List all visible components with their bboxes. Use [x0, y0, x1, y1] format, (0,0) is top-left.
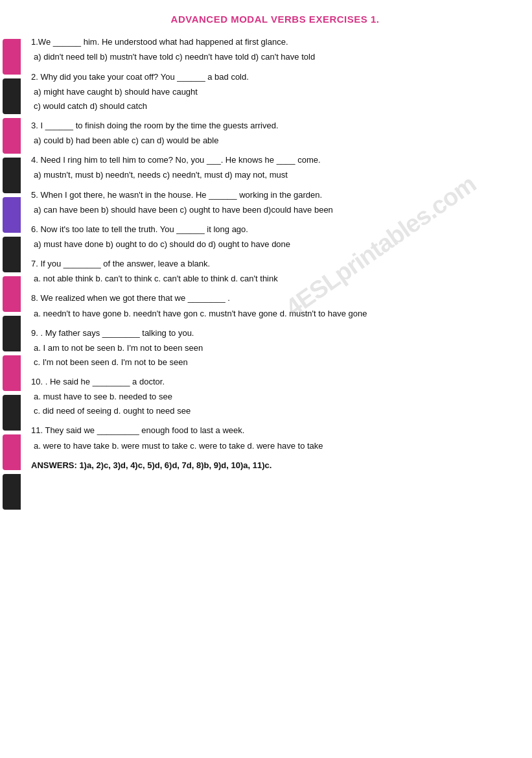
question-2: 2. Why did you take your coat off? You _… — [31, 71, 519, 113]
tab-4 — [3, 158, 21, 193]
q1-options: a) didn't need tell b) mustn't have told… — [31, 51, 519, 64]
question-9: 9. . My father says ________ talking to … — [31, 327, 519, 369]
tab-1 — [3, 39, 21, 75]
answers-section: ANSWERS: 1)a, 2)c, 3)d, 4)c, 5)d, 6)d, 7… — [31, 459, 519, 472]
question-7: 7. If you ________ of the answer, leave … — [31, 257, 519, 285]
question-1: 1.We ______ him. He understood what had … — [31, 36, 519, 64]
tab-3 — [3, 118, 21, 154]
tab-9 — [3, 355, 21, 391]
tab-5 — [3, 197, 21, 233]
q3-text: 3. I ______ to finish doing the room by … — [31, 119, 519, 132]
q6-options: a) must have done b) ought to do c) shou… — [31, 238, 519, 251]
question-8: 8. We realized when we got there that we… — [31, 292, 519, 320]
q5-options: a) can have been b) should have been c) … — [31, 204, 519, 217]
question-6: 6. Now it's too late to tell the truth. … — [31, 223, 519, 251]
q8-text: 8. We realized when we got there that we… — [31, 292, 519, 305]
q2-options-b: c) would catch d) should catch — [31, 100, 519, 113]
tab-7 — [3, 276, 21, 312]
left-tabs — [0, 0, 25, 758]
q10-text: 10. . He said he ________ a doctor. — [31, 375, 519, 388]
q2-options-a: a) might have caught b) should have caug… — [31, 86, 519, 99]
q8-options: a. needn't to have gone b. needn't have … — [31, 307, 519, 320]
tab-2 — [3, 78, 21, 114]
q2-text: 2. Why did you take your coat off? You _… — [31, 71, 519, 84]
q4-options: a) mustn't, must b) needn't, needs c) ne… — [31, 169, 519, 182]
q10-options-b: c. did need of seeing d. ought to need s… — [31, 405, 519, 418]
question-3: 3. I ______ to finish doing the room by … — [31, 119, 519, 147]
page: 4ESLprintables.com ADVANCED MODAL VERBS … — [0, 0, 532, 758]
q11-text: 11. They said we _________ enough food t… — [31, 424, 519, 437]
tab-8 — [3, 316, 21, 351]
question-4: 4. Need I ring him to tell him to come? … — [31, 154, 519, 182]
q1-text: 1.We ______ him. He understood what had … — [31, 36, 519, 49]
q10-options-a: a. must have to see b. needed to see — [31, 390, 519, 403]
q4-text: 4. Need I ring him to tell him to come? … — [31, 154, 519, 167]
q9-text: 9. . My father says ________ talking to … — [31, 327, 519, 340]
q6-text: 6. Now it's too late to tell the truth. … — [31, 223, 519, 236]
main-content: 4ESLprintables.com ADVANCED MODAL VERBS … — [25, 0, 532, 758]
q5-text: 5. When I got there, he wasn't in the ho… — [31, 189, 519, 202]
question-10: 10. . He said he ________ a doctor. a. m… — [31, 375, 519, 418]
q9-options-b: c. I'm not been seen d. I'm not to be se… — [31, 356, 519, 369]
page-title: ADVANCED MODAL VERBS EXERCISES 1. — [31, 12, 519, 27]
tab-11 — [3, 434, 21, 470]
q3-options: a) could b) had been able c) can d) woul… — [31, 134, 519, 147]
question-5: 5. When I got there, he wasn't in the ho… — [31, 189, 519, 217]
q7-options: a. not able think b. can't to think c. c… — [31, 272, 519, 285]
tab-12 — [3, 474, 21, 510]
tab-6 — [3, 237, 21, 272]
tab-10 — [3, 395, 21, 431]
q7-text: 7. If you ________ of the answer, leave … — [31, 257, 519, 270]
q9-options-a: a. I am to not be seen b. I'm not to bee… — [31, 342, 519, 355]
question-11: 11. They said we _________ enough food t… — [31, 424, 519, 452]
q11-options: a. were to have take b. were must to tak… — [31, 440, 519, 453]
